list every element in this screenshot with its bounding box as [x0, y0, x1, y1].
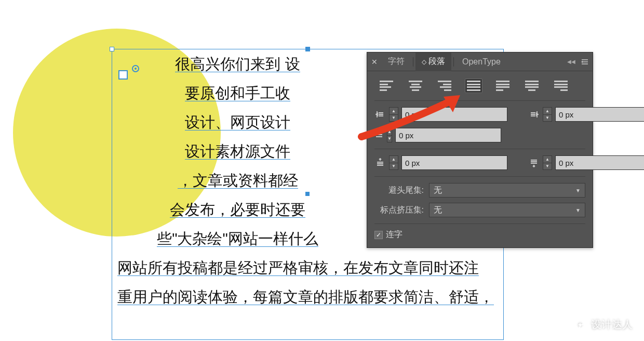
text-line: 设计素材源文件: [185, 144, 290, 160]
panel-header: ✕ 字符 段落 OpenType ◀◀: [367, 53, 593, 71]
justify-center-button[interactable]: [523, 78, 541, 93]
firstline-indent-icon: [374, 130, 384, 140]
center-handle[interactable]: [305, 192, 310, 196]
gear-icon[interactable]: [132, 65, 139, 72]
text-line: 很高兴你们来到 设: [175, 57, 300, 72]
paragraph-panel[interactable]: ✕ 字符 段落 OpenType ◀◀: [367, 52, 593, 248]
hyphenate-label: 连字: [386, 229, 403, 240]
panel-body: ▲▼ ▲▼ ▲▼ ▲▼: [367, 71, 593, 247]
watermark: ✦ 设计达人: [573, 318, 633, 332]
design-canvas: 很高兴你们来到 设 要原创和手工收 设计、网页设计 设计素材源文件 ，文章或资料…: [0, 0, 644, 341]
space-after-icon: [528, 158, 540, 167]
right-indent-field: ▲▼: [528, 107, 644, 122]
collapse-icon[interactable]: ◀◀: [566, 59, 577, 64]
space-after-input[interactable]: [555, 155, 644, 170]
mojikumi-row: 标点挤压集: 无: [374, 203, 585, 224]
mojikumi-label: 标点挤压集:: [374, 205, 424, 216]
left-indent-input[interactable]: [401, 107, 507, 122]
watermark-text: 设计达人: [591, 318, 633, 332]
justify-left-button[interactable]: [494, 78, 512, 93]
spacing-grid: ▲▼ ▲▼: [374, 155, 585, 177]
text-line: 网站所有投稿都是经过严格审核，在发布文章同时还注: [117, 260, 479, 276]
left-indent-field: ▲▼: [374, 107, 507, 122]
firstline-indent-field: ▲▼: [374, 128, 480, 142]
firstline-grid: ▲▼: [374, 128, 585, 149]
stepper[interactable]: ▲▼: [543, 107, 552, 122]
stepper[interactable]: ▲▼: [389, 155, 398, 170]
wechat-icon: ✦: [573, 318, 587, 332]
kinsoku-value: 无: [434, 185, 442, 196]
text-line: 会发布，必要时还要: [170, 202, 305, 218]
align-right-button[interactable]: [436, 78, 453, 93]
close-icon[interactable]: ✕: [367, 58, 382, 66]
kinsoku-label: 避头尾集:: [374, 185, 424, 196]
svg-marker-0: [581, 61, 583, 63]
text-line: 重用户的阅读体验，每篇文章的排版都要求简洁、舒适，: [117, 290, 494, 305]
right-indent-input[interactable]: [555, 107, 644, 122]
justify-right-button[interactable]: [552, 78, 570, 93]
hyphenate-row: ✓ 连字: [374, 229, 585, 240]
firstline-indent-input[interactable]: [395, 128, 501, 142]
tab-opentype[interactable]: OpenType: [456, 53, 507, 71]
left-indent-icon: [374, 110, 386, 119]
text-line: 设计、网页设计: [185, 115, 290, 130]
kinsoku-row: 避头尾集: 无: [374, 183, 585, 198]
text-line: 些"大杂绘"网站一样什么: [157, 231, 318, 247]
text-line: ，文章或资料都经: [178, 173, 298, 189]
resize-handle[interactable]: [305, 47, 310, 51]
tab-character[interactable]: 字符: [382, 53, 411, 71]
stepper[interactable]: ▲▼: [387, 128, 392, 142]
mojikumi-value: 无: [434, 205, 442, 216]
text-inport-icon[interactable]: [118, 70, 128, 80]
indent-grid: ▲▼ ▲▼: [374, 107, 585, 122]
align-center-button[interactable]: [407, 78, 424, 93]
stepper[interactable]: ▲▼: [543, 155, 552, 170]
kinsoku-select[interactable]: 无: [429, 183, 585, 198]
mojikumi-select[interactable]: 无: [429, 203, 585, 217]
tab-paragraph[interactable]: 段落: [415, 53, 451, 71]
resize-handle[interactable]: [110, 47, 114, 51]
space-before-field: ▲▼: [374, 155, 507, 170]
justify-full-button[interactable]: [465, 78, 482, 93]
text-line: 要原创和手工收: [185, 86, 290, 101]
panel-menu-icon[interactable]: [577, 58, 593, 65]
alignment-row: [374, 76, 585, 101]
space-before-icon: [374, 158, 386, 167]
space-after-field: ▲▼: [528, 155, 644, 170]
right-indent-icon: [528, 110, 540, 119]
hyphenate-checkbox[interactable]: ✓: [374, 231, 383, 239]
space-before-input[interactable]: [401, 155, 507, 170]
align-left-button[interactable]: [378, 78, 395, 93]
stepper[interactable]: ▲▼: [389, 107, 398, 122]
